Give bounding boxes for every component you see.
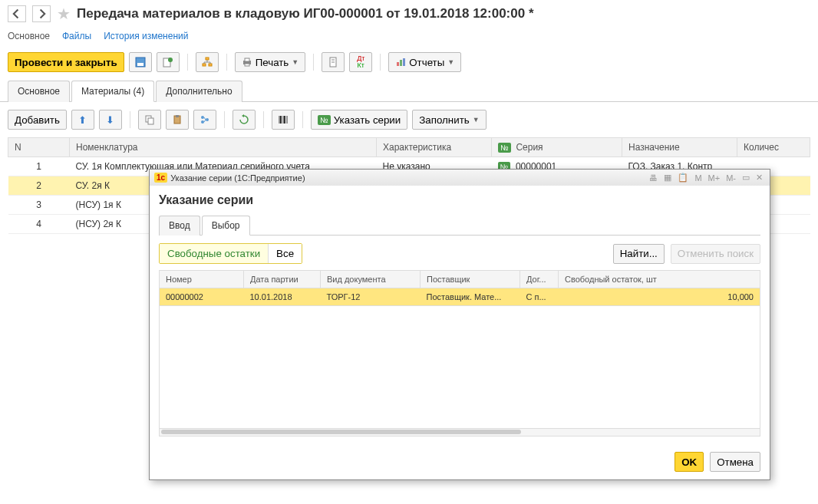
specify-series-button[interactable]: №Указать серии xyxy=(311,110,407,130)
barcode-button[interactable] xyxy=(272,110,295,130)
svg-rect-15 xyxy=(403,58,405,66)
post-and-close-button[interactable]: Провести и закрыть xyxy=(8,52,124,72)
reports-button[interactable]: Отчеты▼ xyxy=(388,52,461,72)
paste-button[interactable] xyxy=(166,110,189,130)
move-up-button[interactable]: ⬆ xyxy=(71,110,94,130)
nav-history[interactable]: История изменений xyxy=(104,31,188,41)
print-label: Печать xyxy=(256,57,289,68)
dtkt-button[interactable]: ДтКт xyxy=(349,52,372,72)
series-badge-icon: № xyxy=(318,115,331,125)
svg-rect-17 xyxy=(148,118,153,124)
copy-button[interactable] xyxy=(138,110,161,130)
svg-rect-8 xyxy=(245,58,249,61)
split-button[interactable] xyxy=(193,110,216,130)
page-title: Передача материалов в кладовую ИГ00-0000… xyxy=(77,6,534,21)
col-characteristic[interactable]: Характеристика xyxy=(377,138,492,157)
star-icon[interactable]: ★ xyxy=(57,5,71,23)
series-dialog: 1c Указание серии (1С:Предприятие) 🖶 ▦ 📋… xyxy=(149,169,770,234)
separator xyxy=(380,54,381,71)
m-button[interactable]: M xyxy=(692,173,704,183)
minimize-icon[interactable]: ▭ xyxy=(740,172,752,183)
calendar-icon[interactable]: 📋 xyxy=(675,172,691,183)
save-button[interactable] xyxy=(129,52,152,72)
col-nomenclature[interactable]: Номенклатура xyxy=(70,138,377,157)
col-purpose[interactable]: Назначение xyxy=(622,138,737,157)
chevron-down-icon: ▼ xyxy=(447,58,454,66)
svg-point-20 xyxy=(201,116,204,119)
svg-point-21 xyxy=(206,118,209,121)
svg-rect-6 xyxy=(209,64,212,66)
svg-rect-14 xyxy=(400,60,402,66)
dialog-heading: Указание серии xyxy=(159,193,760,207)
separator xyxy=(224,111,225,128)
tab-main[interactable]: Основное xyxy=(8,81,70,102)
separator xyxy=(263,111,264,128)
svg-rect-5 xyxy=(203,64,206,66)
separator xyxy=(130,111,130,128)
separator xyxy=(226,54,227,71)
nav-main[interactable]: Основное xyxy=(8,31,50,41)
separator xyxy=(187,54,188,71)
separator xyxy=(302,111,303,128)
dialog-tab-select[interactable]: Выбор xyxy=(202,216,250,234)
doc-button-1[interactable] xyxy=(322,52,345,72)
print-icon[interactable]: 🖶 xyxy=(647,173,660,183)
dialog-window-title: Указание серии (1С:Предприятие) xyxy=(170,173,305,183)
structure-button[interactable] xyxy=(196,52,219,72)
svg-point-22 xyxy=(201,120,204,124)
svg-rect-9 xyxy=(245,64,249,66)
svg-rect-1 xyxy=(137,63,143,66)
dialog-titlebar[interactable]: 1c Указание серии (1С:Предприятие) 🖶 ▦ 📋… xyxy=(150,170,770,186)
close-icon[interactable]: ✕ xyxy=(754,172,765,183)
print-button[interactable]: Печать▼ xyxy=(235,52,306,72)
svg-rect-19 xyxy=(176,115,179,117)
reports-label: Отчеты xyxy=(409,57,444,68)
tab-materials[interactable]: Материалы (4) xyxy=(71,81,154,102)
svg-rect-13 xyxy=(397,62,399,66)
forward-button[interactable] xyxy=(32,5,51,22)
col-n[interactable]: N xyxy=(8,138,70,157)
specify-series-label: Указать серии xyxy=(334,114,401,126)
fill-button[interactable]: Заполнить▼ xyxy=(412,110,486,130)
post-button[interactable] xyxy=(157,52,180,72)
dialog-tab-input[interactable]: Ввод xyxy=(159,216,200,234)
add-button[interactable]: Добавить xyxy=(8,110,67,130)
tab-additional[interactable]: Дополнительно xyxy=(156,81,242,102)
separator xyxy=(313,54,314,71)
nav-files[interactable]: Файлы xyxy=(62,31,91,41)
svg-point-3 xyxy=(168,58,173,62)
svg-rect-4 xyxy=(206,58,209,60)
fill-label: Заполнить xyxy=(419,114,469,126)
series-badge-icon: № xyxy=(498,143,511,153)
logo-1c-icon: 1c xyxy=(154,173,167,183)
mplus-button[interactable]: M+ xyxy=(706,173,723,183)
grid-icon[interactable]: ▦ xyxy=(661,172,674,183)
mminus-button[interactable]: M- xyxy=(724,173,738,183)
chevron-down-icon: ▼ xyxy=(473,116,480,124)
col-qty[interactable]: Количес xyxy=(737,138,810,157)
col-series[interactable]: № Серия xyxy=(492,138,622,157)
move-down-button[interactable]: ⬇ xyxy=(99,110,122,130)
chevron-down-icon: ▼ xyxy=(292,58,299,66)
refresh-button[interactable] xyxy=(233,110,256,130)
back-button[interactable] xyxy=(8,5,26,22)
